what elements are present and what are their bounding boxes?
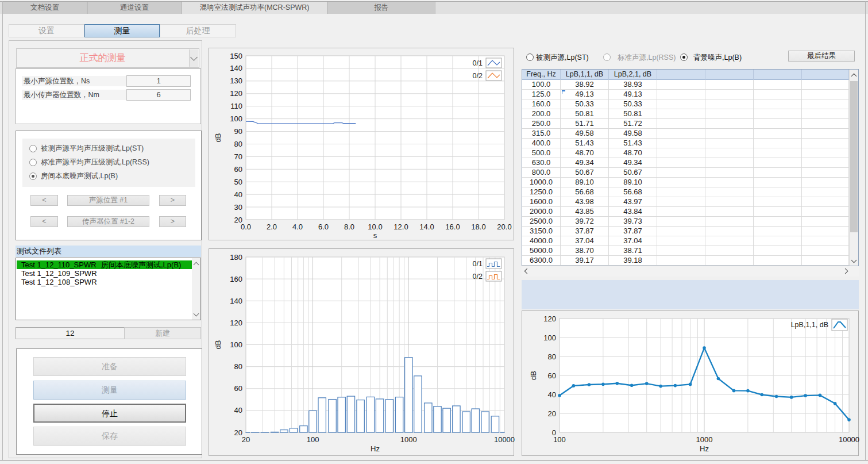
table-cell[interactable]	[657, 158, 705, 168]
table-cell[interactable]	[657, 187, 705, 197]
table-cell[interactable]: 50.67	[561, 168, 609, 178]
table-cell[interactable]	[754, 168, 802, 178]
table-cell[interactable]: 5000.0	[522, 246, 561, 256]
table-cell[interactable]	[754, 236, 802, 246]
table-cell[interactable]: 125.0	[522, 90, 561, 99]
table-cell[interactable]: 37.04	[609, 236, 657, 246]
table-cell[interactable]	[802, 256, 849, 266]
table-cell[interactable]: 43.97	[609, 197, 657, 207]
table-cell[interactable]: 51.72	[609, 119, 657, 129]
table-cell[interactable]	[657, 197, 705, 207]
table-cell[interactable]	[754, 158, 802, 168]
file-list-item[interactable]: Test 1_12_110_SPWR房间本底噪声测试,Lp(B)	[17, 260, 192, 269]
mic-next-button[interactable]: >	[159, 216, 186, 227]
table-cell[interactable]	[705, 90, 754, 99]
table-cell[interactable]: 3150.0	[522, 227, 561, 236]
table-cell[interactable]	[802, 227, 849, 236]
result-radio-2[interactable]	[603, 53, 611, 61]
test-mode-radio-1[interactable]	[29, 145, 37, 152]
mic-position-button[interactable]: 传声器位置 #1-2	[67, 216, 149, 227]
table-cell[interactable]: 50.81	[609, 109, 657, 119]
table-cell[interactable]	[657, 217, 705, 227]
table-cell[interactable]: 38.92	[561, 80, 609, 90]
param-input-ns[interactable]: 1	[126, 75, 191, 87]
table-cell[interactable]	[802, 109, 849, 119]
table-cell[interactable]: 49.58	[561, 129, 609, 139]
table-cell[interactable]: 51.71	[561, 119, 609, 129]
table-cell[interactable]: 37.87	[561, 227, 609, 236]
vscroll-thumb[interactable]	[850, 81, 858, 232]
table-cell[interactable]	[802, 99, 849, 109]
table-cell[interactable]	[754, 187, 802, 197]
table-cell[interactable]: 43.85	[561, 207, 609, 217]
table-cell[interactable]: 630.0	[522, 158, 561, 168]
param-input-nm[interactable]: 6	[126, 89, 191, 101]
table-cell[interactable]	[657, 236, 705, 246]
table-cell[interactable]	[754, 80, 802, 90]
table-cell[interactable]	[754, 90, 802, 99]
subtab-2[interactable]: 测量	[84, 24, 160, 37]
table-cell[interactable]	[802, 246, 849, 256]
action-button-2[interactable]: 测量	[33, 381, 186, 400]
table-cell[interactable]	[657, 109, 705, 119]
table-cell[interactable]	[754, 99, 802, 109]
table-cell[interactable]	[657, 148, 705, 158]
source-position-button[interactable]: 声源位置 #1	[67, 195, 149, 206]
table-cell[interactable]	[657, 207, 705, 217]
table-hscrollbar[interactable]	[522, 266, 859, 277]
tab-1[interactable]: 文档设置	[2, 2, 87, 14]
table-cell[interactable]	[802, 119, 849, 129]
table-cell[interactable]: 38.71	[609, 246, 657, 256]
table-cell[interactable]	[705, 256, 754, 266]
table-cell[interactable]: 500.0	[522, 148, 561, 158]
table-cell[interactable]	[754, 197, 802, 207]
table-cell[interactable]	[657, 119, 705, 129]
table-cell[interactable]: 56.68	[609, 187, 657, 197]
table-cell[interactable]	[705, 99, 754, 109]
table-cell[interactable]	[657, 99, 705, 109]
table-cell[interactable]	[705, 236, 754, 246]
table-cell[interactable]: 100.0	[522, 80, 561, 90]
table-cell[interactable]	[754, 217, 802, 227]
file-list-item[interactable]: Test 1_12_109_SPWR	[17, 269, 192, 278]
table-cell[interactable]: 51.43	[609, 139, 657, 148]
table-cell[interactable]: 250.0	[522, 119, 561, 129]
subtab-3[interactable]: 后处理	[160, 24, 236, 37]
table-cell[interactable]	[705, 109, 754, 119]
table-cell[interactable]: 50.33	[609, 99, 657, 109]
table-cell[interactable]	[802, 236, 849, 246]
table-cell[interactable]	[802, 178, 849, 187]
table-cell[interactable]	[705, 207, 754, 217]
table-cell[interactable]	[754, 109, 802, 119]
table-cell[interactable]: 39.17	[561, 256, 609, 266]
table-cell[interactable]	[705, 168, 754, 178]
result-radio-3[interactable]	[680, 53, 688, 61]
table-cell[interactable]: 49.34	[561, 158, 609, 168]
table-cell[interactable]: 48.70	[561, 148, 609, 158]
table-cell[interactable]	[705, 139, 754, 148]
table-cell[interactable]: 400.0	[522, 139, 561, 148]
table-cell[interactable]	[754, 148, 802, 158]
test-mode-radio-2[interactable]	[29, 159, 37, 166]
tab-2[interactable]: 通道设置	[87, 2, 182, 14]
table-cell[interactable]	[657, 178, 705, 187]
new-button[interactable]: 新建	[124, 327, 201, 339]
table-cell[interactable]	[705, 148, 754, 158]
table-cell[interactable]: 49.13	[561, 90, 609, 99]
table-cell[interactable]	[657, 168, 705, 178]
source-prev-button[interactable]: <	[30, 195, 58, 206]
table-cell[interactable]	[754, 227, 802, 236]
table-cell[interactable]: 43.98	[561, 197, 609, 207]
table-cell[interactable]: 50.33	[561, 99, 609, 109]
table-cell[interactable]: 1250.0	[522, 187, 561, 197]
table-cell[interactable]: 37.04	[561, 236, 609, 246]
table-cell[interactable]: 160.0	[522, 99, 561, 109]
last-result-button[interactable]: 最后结果	[788, 51, 855, 62]
table-cell[interactable]	[705, 246, 754, 256]
table-cell[interactable]: 800.0	[522, 168, 561, 178]
table-cell[interactable]	[705, 129, 754, 139]
table-cell[interactable]	[705, 80, 754, 90]
table-cell[interactable]	[802, 217, 849, 227]
table-cell[interactable]	[705, 119, 754, 129]
table-cell[interactable]: 4000.0	[522, 236, 561, 246]
